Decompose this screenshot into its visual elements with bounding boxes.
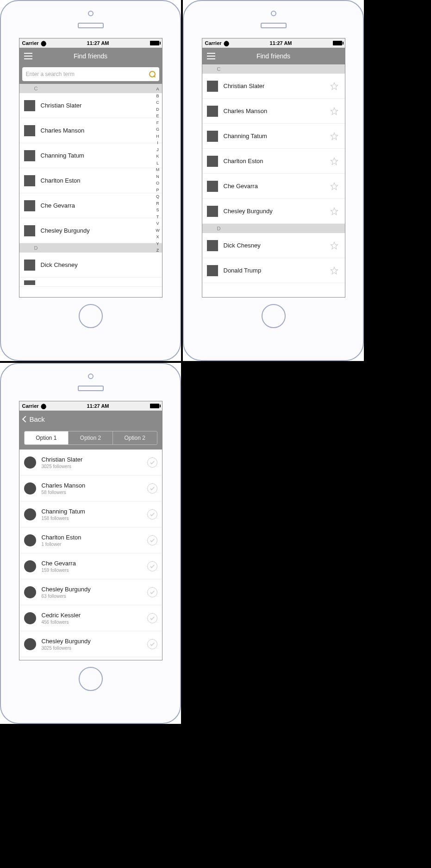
list-item[interactable]: Che Gevarra [19,193,162,218]
avatar [24,560,36,572]
index-letter[interactable]: C [155,99,161,106]
list-item[interactable]: Christian Slater3025 followers [19,450,162,475]
star-icon[interactable] [330,107,338,115]
list-item[interactable]: Charlton Eston [19,168,162,193]
home-button[interactable] [262,304,286,328]
svg-marker-1 [331,108,337,114]
check-icon[interactable] [147,535,157,545]
star-icon[interactable] [330,207,338,215]
avatar [207,156,218,167]
home-button[interactable] [79,667,103,691]
star-icon[interactable] [330,266,338,275]
index-letter[interactable]: F [155,120,161,127]
page-title: Find friends [256,52,290,60]
segment-button[interactable]: Option 2 [113,431,157,444]
follower-count: 3025 followers [42,646,142,651]
back-button[interactable]: Back [23,415,45,423]
avatar [24,100,35,111]
avatar [24,150,35,161]
list-item[interactable]: Christian Slater [19,93,162,118]
index-letter[interactable]: A [155,86,161,93]
list-item[interactable]: Channing Tatum [19,143,162,168]
index-letter[interactable]: P [155,187,161,194]
list-item[interactable]: Chesley Burgundy [19,218,162,243]
list-item[interactable]: Cedric Kessler456 followers [19,605,162,631]
index-letter[interactable]: J [155,146,161,153]
star-icon[interactable] [330,241,338,250]
check-icon[interactable] [147,561,157,571]
index-letter[interactable]: O [155,180,161,187]
index-letter[interactable]: T [155,214,161,221]
list-item[interactable]: Christian Slater [202,74,345,99]
list-item[interactable]: Charlton Eston1 follower [19,527,162,553]
list-item[interactable]: Che Gevarra159 followers [19,553,162,579]
index-letter[interactable]: M [155,166,161,173]
index-letter[interactable]: N [155,173,161,180]
list-item[interactable]: Channing Tatum [202,124,345,149]
list-item[interactable]: Donald Trump [202,258,345,283]
list-item[interactable]: Chesley Burgundy63 followers [19,579,162,605]
star-icon[interactable] [330,132,338,140]
list-item[interactable] [19,278,162,287]
check-icon[interactable] [147,509,157,520]
index-letter[interactable]: K [155,153,161,160]
check-icon[interactable] [147,639,157,649]
check-icon[interactable] [147,587,157,597]
check-icon[interactable] [147,613,157,623]
list-item[interactable]: Channing Tatum158 followers [19,501,162,527]
index-letter[interactable]: Z [155,247,161,254]
list-item[interactable]: Charles Manson [202,99,345,124]
list-item[interactable]: Dick Chesney [202,233,345,258]
list-item[interactable]: Dick Chesney [19,253,162,278]
contact-name: Charlton Eston [41,177,157,184]
search-box[interactable] [22,67,159,81]
list-item[interactable]: Chesley Burgundy [202,199,345,224]
alpha-index[interactable]: ABCDEFGHIJKLMNOPQRSTVWXYZ [155,84,161,297]
index-letter[interactable]: Q [155,193,161,200]
index-letter[interactable]: E [155,113,161,120]
index-letter[interactable]: X [155,234,161,241]
index-letter[interactable]: I [155,139,161,146]
index-letter[interactable]: B [155,93,161,100]
star-icon[interactable] [330,157,338,165]
home-button[interactable] [79,304,103,328]
index-letter[interactable]: R [155,200,161,207]
menu-icon[interactable] [24,53,32,59]
index-letter[interactable]: L [155,160,161,167]
list-item[interactable]: Charlton Eston [202,149,345,174]
index-letter[interactable]: V [155,220,161,227]
contact-name: Charles Manson [42,482,142,489]
star-icon[interactable] [330,82,338,90]
list-item[interactable]: Che Gevarra [202,174,345,199]
status-bar: Carrier⬤ 11:27 AM [19,401,162,411]
follower-count: 456 followers [42,620,142,625]
list-item[interactable]: Chesley Burgundy3025 followers [19,631,162,657]
contact-name: Dick Chesney [224,242,325,249]
segmented-control[interactable]: Option 1Option 2Option 2 [24,431,157,445]
segment-button[interactable]: Option 1 [25,431,69,444]
check-icon[interactable] [147,483,157,494]
follower-count: 58 followers [42,490,142,495]
battery-icon [333,41,342,45]
contact-name: Dick Chesney [41,261,157,268]
contact-name: Chesley Burgundy [224,208,325,215]
svg-marker-7 [331,267,337,274]
list-item[interactable]: Charles Manson [19,118,162,143]
index-letter[interactable]: D [155,106,161,113]
segment-button[interactable]: Option 2 [69,431,113,444]
search-input[interactable] [26,71,149,77]
search-icon[interactable] [149,71,156,77]
check-icon[interactable] [147,457,157,468]
avatar [24,482,36,494]
avatar [24,175,35,186]
menu-icon[interactable] [207,53,215,59]
list-item[interactable]: Charles Manson58 followers [19,475,162,501]
contact-name: Christian Slater [42,456,142,463]
index-letter[interactable]: Y [155,241,161,247]
index-letter[interactable]: H [155,133,161,140]
star-icon[interactable] [330,182,338,190]
index-letter[interactable]: G [155,126,161,133]
contact-name: Charles Manson [224,108,325,114]
index-letter[interactable]: W [155,227,161,234]
index-letter[interactable]: S [155,207,161,214]
